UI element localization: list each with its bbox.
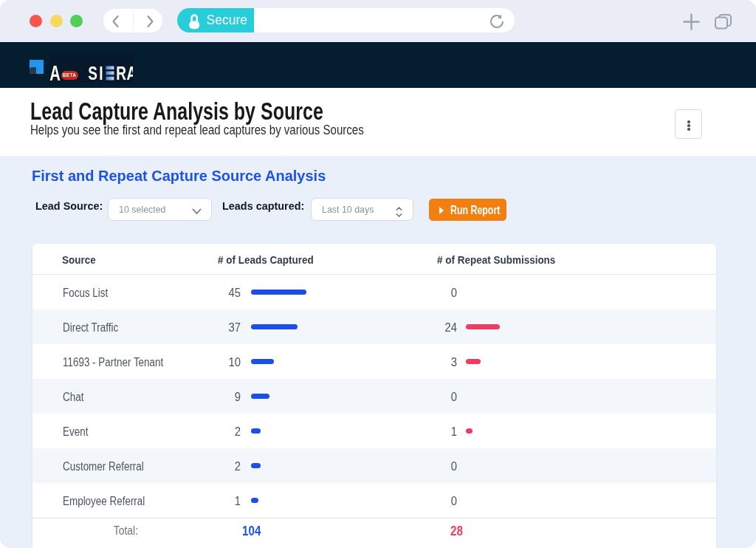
svg-text:A: A [127, 62, 133, 83]
svg-text:R: R [116, 62, 126, 83]
svg-text:A: A [49, 61, 61, 82]
svg-text:I: I [99, 62, 103, 83]
svg-text:S: S [88, 62, 97, 83]
